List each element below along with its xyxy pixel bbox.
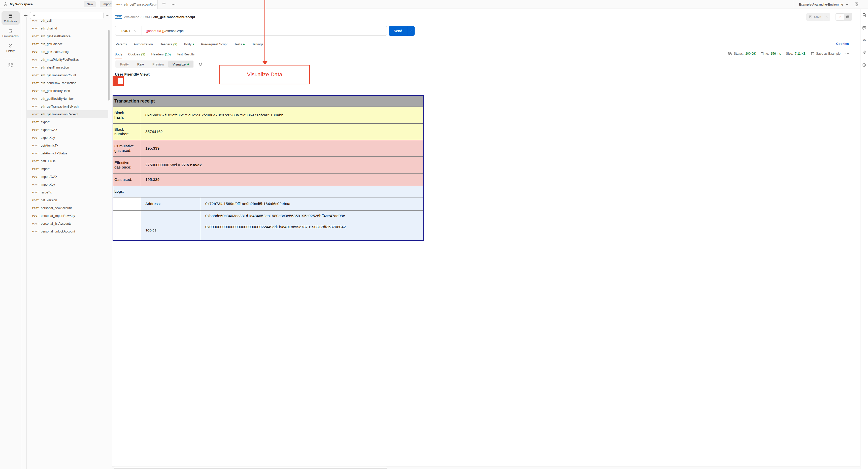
list-item[interactable]: POST eth_sendRawTransaction [27,79,108,87]
request-url[interactable]: {{baseURL}}/ext/bc/C/rpc [146,29,183,33]
row-label: Block number: [113,123,141,140]
row-value: 195,339 [141,140,424,157]
list-item[interactable]: POST eth_getTransactionCount [27,71,108,79]
list-item[interactable]: POST issueTx [27,188,108,196]
request-name: getAtomicTxStatus [41,152,67,155]
method-badge: POST [32,74,39,76]
list-item[interactable]: POST eth_chainId [27,25,108,32]
breadcrumb-folder[interactable]: EVM [143,15,150,19]
list-item[interactable]: POST eth_getBlockByHash [27,87,108,95]
request-tab-item[interactable]: Pre-request Script [201,42,227,46]
list-item[interactable]: POST eth_signTransaction [27,63,108,71]
list-item[interactable]: POST eth_getChainConfig [27,48,108,56]
list-item[interactable]: POST export [27,118,108,126]
request-name: exportAVAX [41,128,57,132]
breadcrumb-request[interactable]: eth_getTransactionReceipt [153,15,195,19]
list-item[interactable]: POST eth_getBalance [27,40,108,48]
list-item[interactable]: POST eth_getAssetBalance [27,32,108,40]
table-row: Effective gas price: 27500000000 Wei = 2… [113,157,424,173]
send-options-chevron-icon[interactable] [407,26,414,36]
method-badge: POST [32,215,39,217]
response-tab-item[interactable]: Body [115,50,122,59]
request-tab-item[interactable]: Authorization [134,42,153,46]
request-name: eth_maxPriorityFeePerGas [41,58,79,61]
user-friendly-checkbox[interactable] [113,76,124,86]
breadcrumb-collection[interactable]: Avalanche [124,15,139,19]
view-tab-item[interactable]: Preview [148,61,168,67]
tab-green-dot [243,43,245,45]
sidebar-item-history[interactable]: History [1,41,20,54]
list-item[interactable]: POST personal_newAccount [27,204,108,212]
request-tab-item[interactable]: Headers (9) [160,42,177,46]
tab-options-icon[interactable] [172,4,175,5]
view-tab-item[interactable]: Pretty [116,61,133,67]
request-name: eth_chainId [41,27,57,30]
send-button[interactable]: Send [389,26,414,36]
list-item[interactable]: POST eth_call [27,17,108,25]
response-view-switch: Pretty Raw Preview Visualize [115,60,194,68]
list-item[interactable]: POST getAtomicTxStatus [27,149,108,157]
request-name: eth_getBlockByNumber [41,97,74,100]
list-item[interactable]: POST import [27,165,108,173]
request-tab-item[interactable]: Body [184,42,194,46]
request-name: eth_getChainConfig [41,50,69,54]
list-item[interactable]: POST getAtomicTx [27,142,108,149]
view-tab-item[interactable]: Raw [133,61,148,67]
list-item[interactable]: POST importKey [27,181,108,188]
sidebar-more-icon[interactable] [106,15,109,16]
list-item[interactable]: POST eth_getTransactionByHash [27,102,108,110]
view-tab-item[interactable]: Visualize [168,61,193,67]
url-input[interactable]: POST {{baseURL}}/ext/bc/C/rpc [115,26,387,36]
request-name: personal_importRawKey [41,214,75,218]
request-name: eth_getAssetBalance [41,34,70,38]
request-tab-item[interactable]: Tests [234,42,245,46]
method-badge: POST [32,199,39,201]
sidebar-item-environments[interactable]: Environments [1,26,20,39]
list-item[interactable]: POST personal_unlockAccount [27,227,108,234]
refresh-visualizer-icon[interactable] [198,62,203,66]
sidebar-item-collections[interactable]: Collections [1,11,20,25]
method-badge: POST [32,191,39,194]
response-tab-item[interactable]: Headers (15) [151,50,171,59]
method-badge: POST [32,66,39,69]
request-list: POST eth_call POST eth_chainId POST eth_… [22,17,112,234]
method-badge: POST [32,207,39,209]
list-item[interactable]: POST net_version [27,196,108,204]
tab-count-badge: (9) [173,42,177,46]
method-chevron-icon[interactable] [134,30,136,32]
topic-hash: 0xba8de60c3403ec381d1d484652ea1980e3c3e5… [205,211,423,218]
workspace-title[interactable]: My Workspace [10,2,33,6]
row-label: Cumulative gas used: [113,140,141,157]
method-badge: POST [32,27,39,30]
transaction-receipt-table: Transaction receipt Block hash: 0xd5bd16… [113,95,424,234]
new-button[interactable]: New [84,1,96,7]
method-badge: POST [32,20,39,22]
user-avatar-icon[interactable] [3,2,7,6]
response-tab-item[interactable]: Test Results [177,50,195,59]
list-item[interactable]: POST eth_getTransactionReceipt [27,110,108,118]
request-tab-item[interactable]: Params [116,42,127,46]
request-tab[interactable]: POST eth_getTransactionRece [112,0,158,9]
row-label: Gas used: [113,173,141,186]
list-item[interactable]: POST importAVAX [27,173,108,181]
request-tab-item[interactable]: Settings [251,42,263,46]
method-badge: POST [32,144,39,147]
annotation-callout-box: Visualize Data [219,65,310,84]
list-item[interactable]: POST exportKey [27,134,108,142]
tree-indent-guide [26,17,27,234]
new-tab-button[interactable] [162,1,166,5]
method-badge: POST [32,51,39,53]
list-item[interactable]: POST personal_listAccounts [27,220,108,227]
more-tools-grid-icon[interactable] [8,63,13,68]
list-item[interactable]: POST exportAVAX [27,126,108,134]
sidebar-scrollbar[interactable] [108,30,110,100]
list-item[interactable]: POST getUTXOs [27,157,108,165]
request-name: eth_sendRawTransaction [41,81,76,85]
request-name: personal_newAccount [41,206,72,210]
list-item[interactable]: POST personal_importRawKey [27,212,108,220]
list-item[interactable]: POST eth_maxPriorityFeePerGas [27,56,108,63]
list-item[interactable]: POST eth_getBlockByNumber [27,95,108,102]
method-badge: POST [32,97,39,100]
logs-row: Logs: [113,186,424,197]
response-tab-item[interactable]: Cookies (3) [128,50,145,59]
